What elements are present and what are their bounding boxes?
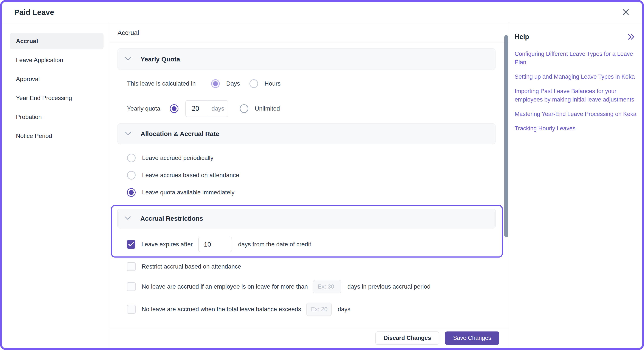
help-link[interactable]: Tracking Hourly Leaves — [515, 124, 637, 133]
main-panel: Accrual Yearly Quota This leave is calcu… — [109, 23, 509, 348]
sidebar-item-approval[interactable]: Approval — [10, 71, 104, 87]
radio-days[interactable] — [211, 79, 220, 88]
calc-unit-row: This leave is calculated in Days Hours — [127, 79, 509, 88]
section-title: Yearly Quota — [140, 56, 180, 63]
checkbox-leave-expires[interactable] — [127, 240, 136, 249]
radio-accrues-attendance[interactable] — [127, 171, 136, 180]
balance-exceeds-row: No leave are accrued when the total leav… — [127, 303, 509, 316]
allocation-option-row: Leave accrues based on attendance — [127, 171, 509, 180]
radio-quota-fixed[interactable] — [170, 104, 178, 113]
calc-unit-label: This leave is calculated in — [127, 80, 196, 87]
restrict-attendance-row: Restrict accrual based on attendance — [127, 262, 509, 271]
sidebar-item-year-end-processing[interactable]: Year End Processing — [10, 90, 104, 106]
help-link[interactable]: Importing Past Leave Balances for your e… — [515, 87, 637, 104]
help-panel: Help Configuring Different Leave Types f… — [509, 23, 642, 348]
vertical-scrollbar[interactable] — [504, 35, 508, 237]
modal-title: Paid Leave — [14, 8, 54, 17]
balance-exceeds-label[interactable]: No leave are accrued when the total leav… — [142, 306, 301, 313]
help-title: Help — [515, 33, 529, 41]
section-header-yearly-quota[interactable]: Yearly Quota — [118, 48, 496, 70]
section-title: Allocation & Accrual Rate — [140, 130, 219, 137]
main-panel-heading: Accrual — [109, 23, 509, 43]
help-link[interactable]: Mastering Year-End Leave Processing on K… — [515, 110, 637, 118]
checkbox-balance-exceeds[interactable] — [127, 305, 136, 314]
radio-accrued-periodically[interactable] — [127, 154, 136, 162]
close-icon — [622, 8, 630, 17]
help-link[interactable]: Setting up and Managing Leave Types in K… — [515, 73, 637, 81]
chevron-down-icon — [125, 216, 131, 221]
close-button[interactable] — [621, 7, 631, 17]
allocation-option-row: Leave quota available immediately — [127, 188, 509, 197]
quota-unit-suffix: days — [208, 101, 228, 117]
radio-accrued-periodically-label[interactable]: Leave accrued periodically — [142, 154, 214, 161]
accrual-restrictions-highlight-box: Accrual Restrictions Leave expires after… — [111, 205, 503, 258]
quota-value-input[interactable] — [186, 101, 208, 117]
sidebar-item-leave-application[interactable]: Leave Application — [10, 52, 104, 68]
checkbox-prev-period[interactable] — [127, 282, 136, 291]
radio-hours-label[interactable]: Hours — [264, 80, 281, 87]
sidebar-item-label: Probation — [16, 114, 42, 120]
restrict-attendance-label[interactable]: Restrict accrual based on attendance — [142, 263, 241, 270]
help-header: Help — [515, 33, 637, 41]
sidebar-item-label: Approval — [16, 76, 40, 83]
checkbox-restrict-attendance[interactable] — [127, 262, 136, 271]
yearly-quota-label: Yearly quota — [127, 105, 160, 112]
balance-exceeds-suffix: days — [338, 306, 350, 313]
modal-footer: Discard Changes Save Changes — [109, 327, 509, 348]
radio-quota-immediately[interactable] — [127, 188, 136, 197]
balance-exceeds-days-input[interactable] — [306, 303, 332, 316]
quota-input-group: days — [185, 100, 228, 117]
prev-period-days-input[interactable] — [313, 280, 341, 293]
radio-accrues-attendance-label[interactable]: Leave accrues based on attendance — [142, 172, 239, 179]
help-links: Configuring Different Leave Types for a … — [515, 50, 637, 133]
allocation-option-row: Leave accrued periodically — [127, 154, 509, 162]
leave-expires-suffix: days from the date of credit — [238, 241, 311, 248]
section-header-allocation-accrual-rate[interactable]: Allocation & Accrual Rate — [118, 123, 496, 144]
sidebar-item-notice-period[interactable]: Notice Period — [10, 128, 104, 144]
prev-period-row: No leave are accrued if an employee is o… — [127, 280, 509, 293]
modal-header: Paid Leave — [2, 2, 642, 23]
main-scroll-area: Yearly Quota This leave is calculated in… — [109, 43, 509, 327]
discard-changes-button[interactable]: Discard Changes — [376, 331, 439, 345]
sidebar-item-label: Notice Period — [16, 132, 52, 139]
radio-unlimited-label[interactable]: Unlimited — [255, 105, 280, 112]
sidebar-item-label: Year End Processing — [16, 95, 72, 101]
prev-period-label[interactable]: No leave are accrued if an employee is o… — [142, 283, 308, 290]
sidebar-item-label: Leave Application — [16, 57, 63, 64]
leave-expires-row: Leave expires after days from the date o… — [127, 237, 496, 252]
radio-hours[interactable] — [250, 79, 258, 88]
radio-days-label[interactable]: Days — [226, 80, 240, 87]
radio-unlimited[interactable] — [240, 104, 248, 113]
radio-quota-immediately-label[interactable]: Leave quota available immediately — [142, 189, 234, 196]
checkmark-icon — [128, 241, 134, 248]
leave-expires-label[interactable]: Leave expires after — [142, 241, 193, 248]
paid-leave-modal: Paid Leave Accrual Leave Application App… — [0, 0, 644, 350]
sidebar-item-accrual[interactable]: Accrual — [10, 33, 104, 49]
prev-period-suffix: days in previous accrual period — [348, 283, 430, 290]
section-title: Accrual Restrictions — [140, 215, 203, 222]
settings-sidebar: Accrual Leave Application Approval Year … — [2, 23, 109, 348]
chevron-down-icon — [125, 57, 131, 62]
help-link[interactable]: Configuring Different Leave Types for a … — [515, 50, 637, 67]
sidebar-item-label: Accrual — [16, 38, 38, 45]
chevron-down-icon — [125, 131, 131, 136]
leave-expires-days-input[interactable] — [198, 237, 232, 252]
yearly-quota-row: Yearly quota days Unlimited — [127, 100, 509, 117]
sidebar-item-probation[interactable]: Probation — [10, 109, 104, 125]
section-header-accrual-restrictions[interactable]: Accrual Restrictions — [117, 209, 496, 228]
double-chevron-right-icon[interactable] — [627, 34, 635, 40]
modal-body: Accrual Leave Application Approval Year … — [2, 23, 642, 348]
save-changes-button[interactable]: Save Changes — [445, 331, 499, 345]
